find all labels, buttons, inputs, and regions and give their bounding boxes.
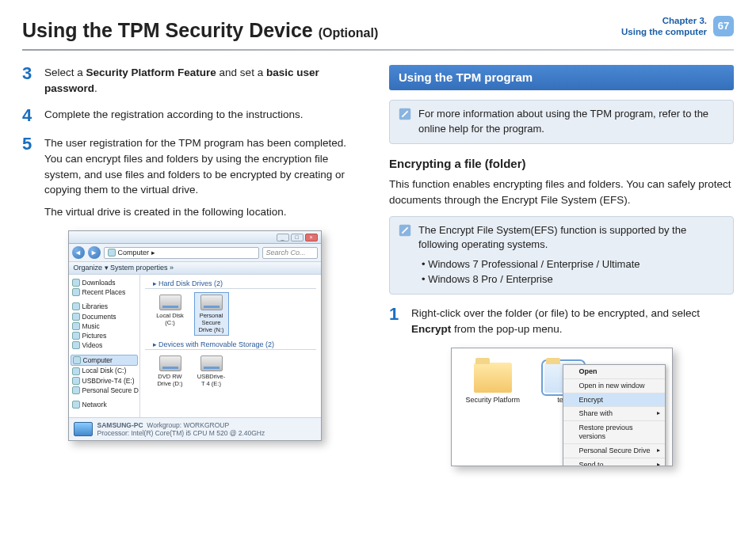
drive-icon [72,367,80,375]
network-icon [72,401,80,409]
step-4: 4 Complete the registration according to… [22,107,367,124]
nav-pane[interactable]: Downloads Recent Places Libraries Docume… [69,275,140,417]
drive-icon [72,377,80,385]
chapter-block: Chapter 3. Using the computer 67 [621,16,734,38]
ctx-sendto[interactable]: Send to▸ [563,458,665,466]
maximize-button[interactable]: □ [291,234,304,241]
close-button[interactable]: × [305,234,318,241]
page-title: Using the TPM Security Device (Optional) [22,16,378,44]
ctx-encrypt[interactable]: Encrypt [563,393,665,408]
music-icon [72,322,80,330]
step-number: 5 [22,135,36,219]
recent-icon [72,288,80,296]
ctx-open[interactable]: Open [563,365,665,379]
info-box-help: For more information about using the TPM… [389,100,734,144]
chevron-right-icon: ▸ [657,447,660,454]
os-item: Windows 8 Pro / Enterprise [422,272,725,287]
step-5: 5 The user registration for the TPM prog… [22,135,367,219]
drive-usb[interactable]: USBDrive-T 4 (E:) [194,353,229,390]
drive-icon [200,355,223,371]
step-number: 3 [22,65,36,96]
removable-section: ▸ Devices with Removable Storage (2) [145,340,316,350]
videos-icon [72,341,80,349]
info-box-os: The Encrypt File System(EFS) function is… [389,216,734,295]
search-input[interactable]: Search Co... [262,247,318,259]
right-column: Using the TPM program For more informati… [389,65,734,466]
section-banner: Using the TPM program [389,65,734,90]
step-number: 4 [22,107,36,124]
back-button[interactable]: ◄ [72,246,85,259]
address-bar[interactable]: Computer ▸ [104,247,259,259]
chevron-right-icon: ▸ [657,461,660,466]
note-icon [398,107,412,121]
folder-icon [474,363,512,393]
step-number: 1 [389,306,403,336]
chapter-line1: Chapter 3. [621,16,707,27]
note-icon [398,223,412,238]
left-column: 3 Select a Security Platform Feature and… [22,65,367,466]
chapter-line2: Using the computer [621,27,707,38]
chevron-right-icon: ▸ [657,409,660,417]
folder-security-platform[interactable]: Security Platform [466,363,521,405]
ctx-open-new[interactable]: Open in new window [563,379,665,393]
documents-icon [72,313,80,321]
content-pane: ▸ Hard Disk Drives (2) Local Disk (C:) P… [140,275,321,417]
drive-local-c[interactable]: Local Disk (C:) [153,292,188,336]
explorer-toolbar[interactable]: Organize ▾ System properties » [69,262,321,275]
hdd-section: ▸ Hard Disk Drives (2) [145,279,316,289]
title-main: Using the TPM Security Device [22,19,313,41]
computer-icon [73,356,81,364]
title-rule [22,49,734,51]
pictures-icon [72,332,80,340]
computer-icon [108,249,116,257]
page-number-badge: 67 [713,16,734,36]
forward-button[interactable]: ► [88,246,101,259]
ctx-psd[interactable]: Personal Secure Drive▸ [563,444,665,458]
minimize-button[interactable]: _ [277,234,289,241]
drive-icon [200,295,223,310]
drive-icon [72,386,80,394]
step-3: 3 Select a Security Platform Feature and… [22,65,367,96]
context-menu: Open Open in new window Encrypt Share wi… [563,364,666,466]
context-menu-screenshot: Security Platform test Open Open in new … [451,348,673,466]
ctx-share[interactable]: Share with▸ [563,407,665,421]
explorer-screenshot: _ □ × ◄ ► Computer ▸ Search Co... Organi… [68,230,322,441]
drive-icon [159,295,181,310]
drive-personal-secure[interactable]: Personal Secure Drive (N:) [194,292,229,336]
encrypting-para: This function enables encrypting files a… [389,177,734,207]
os-item: Windows 7 Professional / Enterprise / Ul… [422,257,725,272]
computer-icon [74,422,93,436]
folder-icon [72,279,80,287]
window-titlebar: _ □ × [69,231,321,244]
drive-dvd[interactable]: DVD RW Drive (D:) [153,353,188,390]
status-bar: SAMSUNG-PC Workgroup: WORKGROUP Processo… [69,417,321,440]
sub-heading-encrypting: Encrypting a file (folder) [389,155,734,173]
optical-drive-icon [159,355,181,371]
nav-computer[interactable]: Computer [71,355,138,366]
libraries-icon [72,302,80,310]
ctx-restore[interactable]: Restore previous versions [563,421,665,444]
step-1-encrypt: 1 Right-click over the folder (or file) … [389,306,734,336]
title-optional: (Optional) [319,26,379,40]
